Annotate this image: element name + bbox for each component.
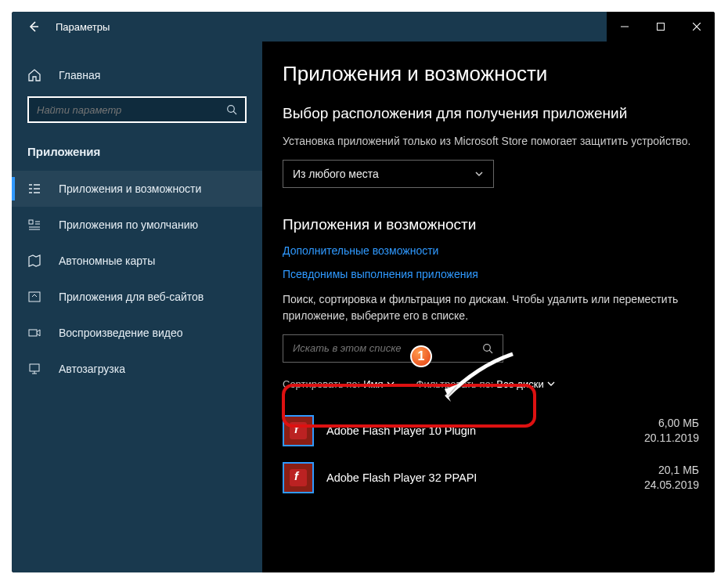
app-list: Adobe Flash Player 10 Plugin 6,00 МБ 20.… xyxy=(283,407,699,501)
app-list-search-input[interactable] xyxy=(293,342,482,354)
nav-label: Автозагрузка xyxy=(59,363,125,375)
svg-line-6 xyxy=(233,111,236,114)
source-heading: Выбор расположения для получения приложе… xyxy=(283,105,699,122)
home-icon xyxy=(27,68,59,82)
search-icon xyxy=(226,104,237,115)
sort-value: Имя xyxy=(363,378,383,390)
close-button[interactable] xyxy=(679,12,715,42)
sort-label: Сортировать по: xyxy=(283,378,360,390)
svg-point-23 xyxy=(484,345,491,352)
nav-list: Приложения и возможности Приложения по у… xyxy=(12,166,262,387)
page-title: Приложения и возможности xyxy=(283,62,699,86)
window-controls xyxy=(607,12,715,42)
nav-video-playback[interactable]: Воспроизведение видео xyxy=(12,315,262,351)
app-list-search[interactable] xyxy=(283,334,503,363)
apps-websites-icon xyxy=(27,290,59,304)
link-execution-aliases[interactable]: Псевдонимы выполнения приложения xyxy=(283,268,699,280)
titlebar: Параметры xyxy=(12,12,715,42)
svg-rect-20 xyxy=(30,364,39,371)
sort-dropdown[interactable]: Сортировать по: Имя xyxy=(283,378,395,390)
flash-icon xyxy=(290,469,307,486)
sidebar-search[interactable] xyxy=(27,96,247,123)
filter-label: Фильтровать по: xyxy=(416,378,494,390)
startup-icon xyxy=(27,362,59,376)
app-name: Adobe Flash Player 32 PPAPI xyxy=(326,471,644,484)
nav-apps-websites[interactable]: Приложения для веб-сайтов xyxy=(12,279,262,315)
settings-window: Параметры Главная xyxy=(12,12,715,572)
svg-line-24 xyxy=(489,350,492,353)
window-title: Параметры xyxy=(56,21,110,33)
list-filters: Сортировать по: Имя Фильтровать по: Все … xyxy=(283,378,699,390)
sidebar-search-wrap xyxy=(12,92,262,134)
source-description: Установка приложений только из Microsoft… xyxy=(283,133,699,149)
nav-startup[interactable]: Автозагрузка xyxy=(12,351,262,387)
app-size: 20,1 МБ xyxy=(644,463,699,478)
app-icon xyxy=(283,415,314,446)
source-dropdown[interactable]: Из любого места xyxy=(283,160,494,188)
close-icon xyxy=(693,23,701,31)
minimize-icon xyxy=(621,23,629,31)
app-row[interactable]: Adobe Flash Player 10 Plugin 6,00 МБ 20.… xyxy=(283,407,699,454)
nav-label: Приложения для веб-сайтов xyxy=(59,291,204,303)
app-icon xyxy=(283,462,314,493)
sidebar: Главная Приложения xyxy=(12,42,262,572)
back-button[interactable] xyxy=(23,20,45,33)
nav-apps-features[interactable]: Приложения и возможности xyxy=(12,171,262,207)
svg-rect-13 xyxy=(29,220,33,224)
app-name: Adobe Flash Player 10 Plugin xyxy=(326,424,644,437)
link-optional-features[interactable]: Дополнительные возможности xyxy=(283,244,699,257)
sidebar-category: Приложения xyxy=(12,134,262,166)
home-label: Главная xyxy=(59,69,100,81)
list-description: Поиск, сортировка и фильтрация по дискам… xyxy=(283,291,699,323)
app-meta: 20,1 МБ 24.05.2019 xyxy=(644,463,699,493)
nav-offline-maps[interactable]: Автономные карты xyxy=(12,243,262,279)
search-icon xyxy=(482,343,493,354)
app-date: 24.05.2019 xyxy=(644,478,699,493)
svg-point-5 xyxy=(228,106,235,113)
maximize-icon xyxy=(657,23,665,31)
filter-value: Все диски xyxy=(496,378,543,390)
sidebar-search-input[interactable] xyxy=(37,104,226,116)
apps-heading: Приложения и возможности xyxy=(283,216,699,233)
minimize-button[interactable] xyxy=(607,12,643,42)
source-value: Из любого места xyxy=(293,168,379,180)
svg-rect-18 xyxy=(29,292,40,302)
nav-label: Воспроизведение видео xyxy=(59,327,182,339)
default-apps-icon xyxy=(27,218,59,232)
nav-default-apps[interactable]: Приложения по умолчанию xyxy=(12,207,262,243)
apps-features-icon xyxy=(27,182,59,196)
app-row[interactable]: Adobe Flash Player 32 PPAPI 20,1 МБ 24.0… xyxy=(283,454,699,501)
chevron-down-icon xyxy=(547,380,555,388)
filter-dropdown[interactable]: Фильтровать по: Все диски xyxy=(416,378,555,390)
app-size: 6,00 МБ xyxy=(644,416,699,431)
offline-maps-icon xyxy=(27,254,59,268)
video-playback-icon xyxy=(27,326,59,340)
svg-rect-19 xyxy=(29,330,37,336)
nav-label: Приложения по умолчанию xyxy=(59,218,198,231)
app-meta: 6,00 МБ 20.11.2019 xyxy=(644,416,699,446)
nav-label: Приложения и возможности xyxy=(59,182,201,195)
flash-icon xyxy=(290,422,307,439)
nav-label: Автономные карты xyxy=(59,255,155,267)
svg-rect-2 xyxy=(658,23,665,31)
app-date: 20.11.2019 xyxy=(644,431,699,446)
home-link[interactable]: Главная xyxy=(12,59,262,92)
chevron-down-icon xyxy=(387,380,395,388)
maximize-button[interactable] xyxy=(643,12,679,42)
main-panel: Приложения и возможности Выбор расположе… xyxy=(262,42,715,572)
back-arrow-icon xyxy=(27,20,40,33)
chevron-down-icon xyxy=(474,169,484,179)
